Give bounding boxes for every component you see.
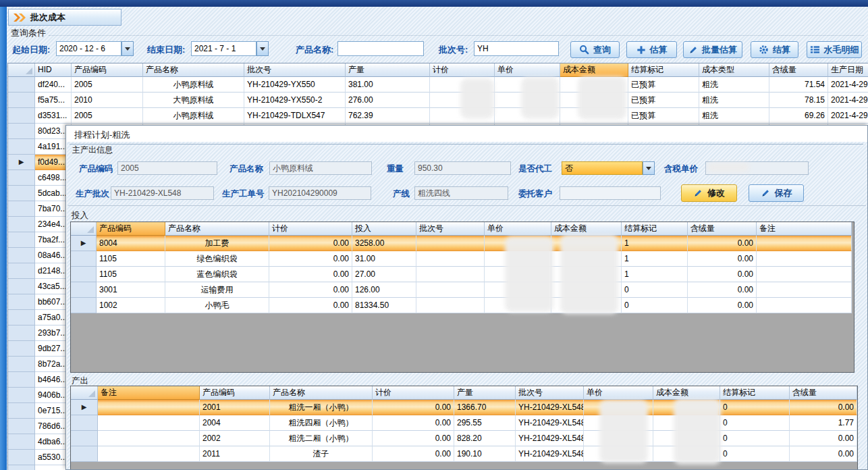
output-table-column-header[interactable]: 成本金额: [653, 386, 720, 400]
output-table-cell[interactable]: YH-210429-XL548: [516, 415, 584, 431]
batch-cost-table-cell[interactable]: 已预算: [628, 108, 699, 124]
input-table-column-header[interactable]: 单价: [485, 222, 551, 236]
output-table-row[interactable]: 2002粗洗二厢（小鸭）0.00828.20YH-210429-XL54800.…: [71, 431, 857, 446]
input-table-cell[interactable]: 31.00: [352, 251, 416, 267]
output-table-cell[interactable]: 295.55: [454, 415, 516, 431]
input-table-cell[interactable]: [416, 251, 485, 267]
row-selector-arrow[interactable]: ▶: [71, 236, 97, 251]
row-selector[interactable]: [8, 263, 35, 279]
output-table-cell[interactable]: [98, 431, 200, 446]
row-selector[interactable]: [8, 279, 35, 294]
batch-cost-table-cell[interactable]: 2021-4-29: [828, 93, 868, 108]
batch-cost-table-cell[interactable]: 粗洗: [699, 108, 769, 124]
output-table-row[interactable]: 2011渣子0.00190.10YH-210429-XL54800.00: [71, 446, 857, 462]
row-selector[interactable]: [71, 431, 98, 446]
batch-cost-table-cell[interactable]: 2021-4-29: [828, 77, 868, 93]
start-date-input[interactable]: 2020 - 12 - 6: [56, 41, 121, 56]
is-oem-combo[interactable]: 否: [562, 161, 643, 175]
input-table-cell[interactable]: 0.00: [688, 236, 757, 251]
batch-cost-table-cell[interactable]: [560, 77, 628, 93]
batch-cost-table-column-header[interactable]: 批次号: [244, 63, 346, 77]
output-table-cell[interactable]: [653, 400, 720, 415]
input-table-cell[interactable]: [757, 298, 852, 313]
input-table-cell[interactable]: 27.00: [352, 267, 416, 282]
output-table-column-header[interactable]: 备注: [98, 386, 200, 400]
batch-cost-table-cell[interactable]: [430, 93, 495, 108]
batch-cost-table-cell[interactable]: 小鸭原料绒: [143, 77, 244, 93]
batch-cost-table-cell[interactable]: 2005: [72, 77, 143, 93]
output-table-cell[interactable]: 0.00: [373, 400, 454, 415]
select-all-corner[interactable]: [8, 63, 35, 77]
output-table-cell[interactable]: 2001: [200, 400, 270, 415]
is-oem-dropdown-button[interactable]: [643, 161, 655, 175]
batch-cost-table-column-header[interactable]: 生产日期: [828, 63, 868, 77]
query-button-3[interactable]: 批量估算: [683, 41, 742, 58]
input-table-cell[interactable]: 0.00: [688, 267, 757, 282]
batch-cost-table-cell[interactable]: d3531...: [35, 108, 72, 124]
input-table-cell[interactable]: 0.00: [269, 236, 352, 251]
row-selector[interactable]: [8, 341, 35, 357]
batch-cost-table-cell[interactable]: [495, 108, 560, 124]
batch-cost-table-cell[interactable]: [430, 108, 495, 124]
output-table-cell[interactable]: 2002: [200, 431, 270, 446]
output-table-cell[interactable]: 0.00: [373, 446, 454, 462]
batch-cost-table-cell[interactable]: 276.00: [346, 93, 430, 108]
row-selector[interactable]: [8, 357, 35, 372]
taxed-unit-price-field[interactable]: [705, 161, 809, 175]
input-table-column-header[interactable]: 批次号: [416, 222, 485, 236]
weight-field[interactable]: 950.30: [414, 161, 511, 175]
input-table-cell[interactable]: 绿色编织袋: [165, 251, 269, 267]
batch-cost-table-cell[interactable]: 2010: [72, 93, 143, 108]
output-table-column-header[interactable]: 产品编码: [200, 386, 270, 400]
batch-cost-table-cell[interactable]: [430, 77, 495, 93]
row-selector[interactable]: [8, 170, 35, 186]
row-selector[interactable]: [8, 93, 35, 108]
output-table-cell[interactable]: 渣子: [270, 446, 373, 462]
input-table-cell[interactable]: [485, 267, 551, 282]
save-button[interactable]: 保存: [749, 184, 804, 202]
batch-cost-table-cell[interactable]: 粗洗: [699, 77, 769, 93]
output-table-column-header[interactable]: 批次号: [516, 386, 584, 400]
input-table-cell[interactable]: 0: [622, 282, 688, 298]
output-table-cell[interactable]: [584, 431, 653, 446]
input-table-cell[interactable]: 0.00: [688, 298, 757, 313]
batch-cost-table-column-header[interactable]: 单价: [495, 63, 560, 77]
row-selector[interactable]: [8, 232, 35, 248]
input-table-cell[interactable]: [757, 236, 852, 251]
input-table-column-header[interactable]: 成本金额: [551, 222, 622, 236]
batch-cost-table-column-header[interactable]: 含绒量: [769, 63, 828, 77]
row-selector-arrow[interactable]: ▶: [71, 400, 98, 415]
output-table-cell[interactable]: [584, 415, 653, 431]
product-name-input[interactable]: [337, 41, 424, 56]
output-table-cell[interactable]: 0.00: [790, 446, 857, 462]
input-table-cell[interactable]: 81334.50: [352, 298, 416, 313]
batch-cost-table-cell[interactable]: [560, 108, 628, 124]
output-table-cell[interactable]: 粗洗一厢（小鸭）: [270, 400, 373, 415]
output-table-cell[interactable]: [584, 446, 653, 462]
batch-cost-table-column-header[interactable]: HID: [35, 63, 72, 77]
output-table-cell[interactable]: YH-210429-XL548: [516, 431, 584, 446]
client-field[interactable]: [560, 186, 661, 200]
input-table-cell[interactable]: 1002: [97, 298, 165, 313]
output-table-cell[interactable]: 粗洗四厢（小鸭）: [270, 415, 373, 431]
input-table-cell[interactable]: [551, 298, 622, 313]
query-button-4[interactable]: 结算: [751, 41, 798, 58]
input-table-cell[interactable]: 加工费: [165, 236, 269, 251]
input-table-column-header[interactable]: 结算标记: [622, 222, 688, 236]
input-table-cell[interactable]: 0.00: [269, 251, 352, 267]
row-selector[interactable]: [8, 465, 35, 470]
input-table-cell[interactable]: [416, 282, 485, 298]
input-table-column-header[interactable]: 产品编码: [97, 222, 165, 236]
input-table-cell[interactable]: [551, 282, 622, 298]
row-selector[interactable]: [71, 251, 97, 267]
batch-cost-table-row[interactable]: f5a75...2010大鸭原料绒YH-210429-YX550-2276.00…: [8, 93, 868, 108]
input-table-cell[interactable]: [485, 282, 551, 298]
output-table-cell[interactable]: 0: [720, 400, 790, 415]
input-table-cell[interactable]: 3258.00: [352, 236, 416, 251]
input-table-cell[interactable]: [757, 251, 852, 267]
prod-line-field[interactable]: 粗洗四线: [414, 186, 508, 200]
output-table-column-header[interactable]: 产品名称: [270, 386, 373, 400]
input-table-cell[interactable]: [416, 298, 485, 313]
output-table-cell[interactable]: [98, 415, 200, 431]
output-table-column-header[interactable]: 结算标记: [720, 386, 790, 400]
